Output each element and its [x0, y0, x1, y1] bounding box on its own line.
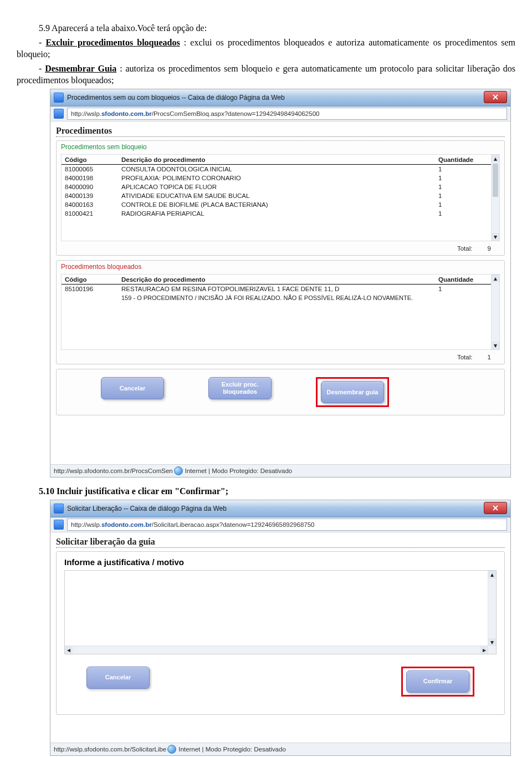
table-note-row: 159 - O PROCEDIMENTO / INCISÃO JÁ FOI RE…: [62, 293, 492, 302]
table-row[interactable]: 84000198PROFILAXIA: POLIMENTO CORONARIO1: [62, 174, 492, 182]
ie-favicon-icon: [54, 504, 64, 514]
table-bloqueados: Código Descrição do procedimento Quantid…: [62, 275, 492, 302]
window-title: Solicitar Liberação -- Caixa de diálogo …: [67, 505, 227, 512]
doc-bullet-excluir: - Excluir procedimentos bloqueados : exc…: [17, 37, 515, 60]
cell-qty: 1: [435, 209, 492, 218]
cell-desc: ATIVIDADE EDUCATIVA EM SAUDE BUCAL: [118, 191, 435, 200]
status-url: http://wslp.sfodonto.com.br/ProcsComSen: [54, 468, 173, 474]
justificativa-label: Informe a justificativa / motivo: [64, 557, 497, 567]
url-prefix: http://wslp.: [71, 521, 101, 528]
table-row[interactable]: 81000065CONSULTA ODONTOLOGICA INICIAL1: [62, 164, 492, 174]
table-row[interactable]: 84000163CONTROLE DE BIOFILME (PLACA BACT…: [62, 200, 492, 209]
doc-paragraph-5-10: 5.10 Incluir justificativa e clicar em "…: [17, 485, 515, 497]
total-value: 1: [488, 354, 491, 360]
url-path: /SolicitarLiberacao.aspx?datenow=1292469…: [152, 521, 315, 528]
doc-paragraph-5-9: 5.9 Aparecerá a tela abaixo.Você terá op…: [17, 22, 515, 34]
blank-area: [56, 420, 505, 459]
cell-desc: RADIOGRAFIA PERIAPICAL: [118, 209, 435, 218]
window-title: Procedimentos sem ou com bloqueios -- Ca…: [67, 94, 285, 101]
table-row[interactable]: 81000421RADIOGRAFIA PERIAPICAL1: [62, 209, 492, 218]
note-text: 159 - O PROCEDIMENTO / INCISÃO JÁ FOI RE…: [118, 293, 492, 302]
cell-code: 81000065: [62, 164, 118, 174]
scroll-up-icon[interactable]: ▴: [492, 275, 499, 282]
close-icon: [493, 94, 498, 100]
url-path: /ProcsComSemBloq.aspx?datenow=1294294984…: [152, 110, 320, 117]
col-codigo: Código: [62, 275, 118, 284]
page-favicon-icon: [54, 520, 64, 530]
cancel-button[interactable]: Cancelar: [101, 377, 164, 399]
table-row[interactable]: 84000090APLICACAO TOPICA DE FLUOR1: [62, 182, 492, 191]
total-value: 9: [488, 245, 491, 252]
scroll-down-icon[interactable]: ▾: [492, 233, 499, 241]
address-bar: http://wslp. sfodonto.com.br /ProcsComSe…: [50, 106, 510, 121]
button-row: Cancelar Confirmar: [64, 654, 497, 707]
scroll-right-icon[interactable]: ▸: [480, 646, 488, 654]
highlight-box: Desmembrar guia: [316, 377, 389, 407]
table-row[interactable]: 85100196RESTAURACAO EM RESINA FOTOPOLIME…: [62, 284, 492, 293]
table-sem-bloqueio: Código Descrição do procedimento Quantid…: [62, 155, 492, 218]
button-row: Cancelar Excluir proc. bloqueados Desmem…: [57, 369, 504, 415]
url-host: sfodonto.com.br: [101, 521, 152, 528]
globe-icon: [167, 745, 176, 754]
close-button[interactable]: [484, 91, 507, 103]
table-wrap-sem-bloqueio: Código Descrição do procedimento Quantid…: [61, 154, 500, 241]
cell-desc: CONSULTA ODONTOLOGICA INICIAL: [118, 164, 435, 174]
dialog-heading: Procedimentos: [56, 125, 505, 137]
titlebar[interactable]: Procedimentos sem ou com bloqueios -- Ca…: [50, 89, 510, 106]
status-text: Internet | Modo Protegido: Desativado: [178, 746, 286, 753]
dialog-solicitar-liberacao: Solicitar Liberação -- Caixa de diálogo …: [50, 500, 511, 756]
address-bar: http://wslp. sfodonto.com.br /SolicitarL…: [50, 517, 510, 532]
buttons-panel: Cancelar Excluir proc. bloqueados Desmem…: [56, 369, 505, 415]
cell-qty: 1: [435, 164, 492, 174]
col-descricao: Descrição do procedimento: [118, 155, 435, 165]
excluir-proc-button[interactable]: Excluir proc. bloqueados: [208, 377, 272, 399]
scroll-up-icon[interactable]: ▴: [488, 571, 496, 578]
url-field[interactable]: http://wslp. sfodonto.com.br /ProcsComSe…: [67, 108, 507, 120]
table-row[interactable]: 84000139ATIVIDADE EDUCATIVA EM SAUDE BUC…: [62, 191, 492, 200]
scroll-down-icon[interactable]: ▾: [492, 342, 499, 349]
confirm-button[interactable]: Confirmar: [406, 670, 469, 693]
cell-qty: 1: [435, 191, 492, 200]
desmembrar-guia-button[interactable]: Desmembrar guia: [321, 381, 384, 403]
doc-paragraph-5-10-text: 5.10 Incluir justificativa e clicar em "…: [39, 486, 228, 496]
cell-desc: APLICACAO TOPICA DE FLUOR: [118, 182, 435, 191]
col-quantidade: Quantidade: [435, 155, 492, 165]
total-row-sem-bloqueio: Total: 9: [57, 243, 504, 255]
dialog-body: Solicitar liberação da guia Informe a ju…: [50, 532, 510, 743]
status-bar: http://wslp.sfodonto.com.br/ProcsComSen …: [50, 464, 510, 477]
titlebar[interactable]: Solicitar Liberação -- Caixa de diálogo …: [50, 500, 510, 517]
total-label: Total:: [457, 245, 473, 252]
blank-area: [56, 715, 505, 737]
cell-code: 84000139: [62, 191, 118, 200]
url-field[interactable]: http://wslp. sfodonto.com.br /SolicitarL…: [67, 519, 507, 531]
scroll-down-icon[interactable]: ▾: [488, 638, 496, 646]
url-host: sfodonto.com.br: [101, 110, 152, 117]
col-quantidade: Quantidade: [435, 275, 492, 284]
justificativa-textarea[interactable]: ▴ ▾ ◂ ▸: [64, 570, 497, 654]
status-text: Internet | Modo Protegido: Desativado: [185, 468, 293, 474]
scroll-thumb[interactable]: [493, 164, 498, 197]
scroll-up-icon[interactable]: ▴: [492, 155, 499, 162]
cell-desc: RESTAURACAO EM RESINA FOTOPOLIMERIZAVEL …: [118, 284, 435, 293]
horizontal-scrollbar[interactable]: ◂ ▸: [65, 646, 488, 654]
scroll-left-icon[interactable]: ◂: [65, 646, 73, 654]
dialog-heading: Solicitar liberação da guia: [56, 536, 505, 548]
cell-code: 85100196: [62, 284, 118, 293]
vertical-scrollbar[interactable]: ▴ ▾: [491, 275, 499, 349]
cell-qty: 1: [435, 200, 492, 209]
cell-desc: PROFILAXIA: POLIMENTO CORONARIO: [118, 174, 435, 182]
bullet-term: Desmembrar Guia: [45, 64, 116, 73]
url-prefix: http://wslp.: [71, 110, 101, 117]
cancel-button[interactable]: Cancelar: [86, 667, 150, 689]
doc-bullet-desmembrar: - Desmembrar Guia : autoriza os procedim…: [17, 63, 515, 87]
dialog-procedimentos: Procedimentos sem ou com bloqueios -- Ca…: [50, 89, 511, 477]
col-codigo: Código: [62, 155, 118, 165]
total-label: Total:: [457, 354, 473, 360]
justificativa-panel: Informe a justificativa / motivo ▴ ▾ ◂ ▸…: [56, 551, 505, 715]
vertical-scrollbar[interactable]: ▴ ▾: [491, 155, 499, 241]
vertical-scrollbar[interactable]: ▴ ▾: [488, 571, 496, 654]
col-descricao: Descrição do procedimento: [118, 275, 435, 284]
close-button[interactable]: [484, 502, 507, 514]
cell-code: 81000421: [62, 209, 118, 218]
bullet-dash: -: [39, 64, 45, 73]
